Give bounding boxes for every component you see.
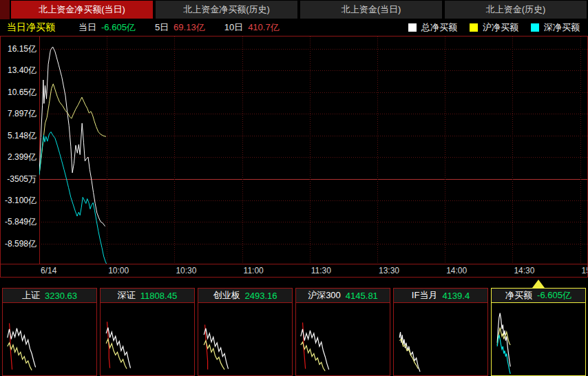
x-tick-label: 14:30: [514, 265, 534, 277]
tab-northbound-net-history[interactable]: 北上资金净买额(历史): [156, 1, 297, 19]
y-tick-label: -3.100亿: [1, 196, 36, 205]
panel-box: 沪深300 4145.81: [295, 288, 390, 376]
app-window: 北上资金净买额(当日) 北上资金净买额(历史) 北上资金(当日) 北上资金(历史…: [0, 0, 588, 376]
panel-box: 深证 11808.45: [100, 288, 195, 376]
stat-today-label: 当日: [78, 22, 96, 32]
legend-swatch-sz-icon: [531, 23, 539, 32]
stat-5day: 5日69.13亿: [155, 21, 205, 34]
y-tick-label: 10.65亿: [1, 87, 36, 97]
panel-mini-chart: [492, 303, 585, 375]
panel-box: 创业板 2493.16: [198, 288, 293, 376]
main-chart[interactable]: 16.15亿13.40亿10.65亿7.897亿5.148亿2.399亿-350…: [0, 36, 588, 278]
info-bar: 当日净买额 当日-6.605亿 5日69.13亿 10日410.7亿 总净买额 …: [0, 19, 588, 36]
panel-box: IF当月 4139.4: [393, 288, 488, 376]
panel-mini-chart: [3, 303, 96, 375]
legend-swatch-sh-icon: [470, 23, 478, 32]
panel-label: 上证: [22, 289, 40, 302]
panel-label: 深证: [118, 289, 136, 302]
panel-label: IF当月: [412, 289, 438, 302]
panel-value: 3230.63: [45, 291, 77, 301]
y-tick-label: -8.598亿: [1, 239, 36, 249]
x-tick-label: 10:00: [108, 265, 129, 277]
panel-shanghai-index[interactable]: 上证 3230.63: [2, 279, 97, 376]
panel-value: 4145.81: [346, 291, 378, 301]
panel-if-futures[interactable]: IF当月 4139.4: [393, 279, 488, 376]
tab-bar: 北上资金净买额(当日) 北上资金净买额(历史) 北上资金(当日) 北上资金(历史…: [0, 0, 588, 19]
x-tick-label: 13:30: [379, 265, 399, 277]
series-total-line: [39, 47, 105, 227]
legend-item-total: 总净买额: [408, 21, 457, 34]
stat-10day: 10日410.7亿: [224, 21, 280, 34]
panel-label: 创业板: [213, 289, 240, 302]
panel-mini-chart: [101, 303, 194, 375]
x-tick-label: 15:00: [582, 265, 588, 277]
panel-value: 2493.16: [245, 291, 277, 301]
panel-header: 上证 3230.63: [3, 289, 96, 303]
y-tick-label: 16.15亿: [1, 44, 36, 54]
panel-label: 净买额: [505, 289, 532, 302]
panel-header: 创业板 2493.16: [198, 289, 292, 303]
main-chart-plot[interactable]: [39, 36, 587, 264]
legend-label-sz: 深净买额: [544, 21, 580, 34]
panel-mini-chart: [296, 303, 390, 375]
stat-today: 当日-6.605亿: [78, 21, 136, 34]
panel-value: 4139.4: [442, 291, 470, 301]
tab-northbound-net-daily[interactable]: 北上资金净买额(当日): [11, 1, 153, 19]
panel-shenzhen-index[interactable]: 深证 11808.45: [100, 279, 195, 376]
x-tick-label: 10:30: [176, 265, 196, 277]
panel-box: 净买额 -6.605亿: [491, 288, 586, 376]
y-tick-label: 2.399亿: [1, 152, 36, 162]
selected-panel-marker-icon: [532, 280, 545, 288]
x-tick-label: 11:00: [244, 265, 264, 277]
panel-mini-chart: [394, 303, 487, 375]
series-sh-line: [39, 84, 106, 174]
panel-csi300-index[interactable]: 沪深300 4145.81: [295, 279, 390, 376]
panel-value: 11808.45: [140, 291, 177, 301]
tab-northbound-history[interactable]: 北上资金(历史): [445, 1, 587, 19]
panel-box: 上证 3230.63: [2, 288, 97, 376]
stat-5day-value: 69.13亿: [174, 22, 205, 32]
panel-header: 净买额 -6.605亿: [492, 289, 585, 303]
panel-net-buy[interactable]: 净买额 -6.605亿: [491, 279, 586, 376]
legend: 总净买额 沪净买额 深净买额: [408, 21, 581, 34]
stat-10day-label: 10日: [224, 22, 243, 32]
tab-northbound-daily[interactable]: 北上资金(当日): [300, 1, 442, 19]
y-tick-label: 5.148亿: [1, 131, 36, 140]
panel-chinext-index[interactable]: 创业板 2493.16: [198, 279, 293, 376]
y-tick-label: 7.897亿: [1, 109, 36, 118]
y-tick-label: -3505万: [1, 174, 36, 184]
stat-10day-value: 410.7亿: [248, 22, 280, 32]
mini-panels-row: 上证 3230.63 深证 11808.45: [0, 278, 588, 376]
x-axis-line: [1, 264, 587, 277]
y-tick-label: 13.40亿: [1, 65, 36, 75]
mini-series-line: [399, 340, 418, 369]
chart-title: 当日净买额: [7, 21, 55, 34]
y-tick-label: -5.849亿: [1, 217, 36, 227]
panel-header: IF当月 4139.4: [394, 289, 487, 303]
legend-label-sh: 沪净买额: [483, 21, 518, 34]
x-tick-label: 11:30: [311, 265, 331, 277]
legend-item-sz: 深净买额: [531, 21, 580, 34]
legend-label-total: 总净买额: [421, 21, 457, 34]
legend-item-sh: 沪净买额: [470, 21, 518, 34]
x-tick-label: 14:00: [446, 265, 467, 277]
stat-today-value: -6.605亿: [101, 22, 136, 32]
panel-value: -6.605亿: [537, 289, 571, 302]
panel-label: 沪深300: [308, 289, 341, 302]
stat-5day-label: 5日: [155, 22, 169, 32]
x-tick-label: 6/14: [41, 265, 56, 277]
tab-bar-left-strip: [0, 0, 10, 19]
panel-header: 沪深300 4145.81: [296, 289, 390, 303]
panel-header: 深证 11808.45: [101, 289, 194, 303]
panel-mini-chart: [198, 303, 292, 375]
legend-swatch-total-icon: [408, 23, 417, 32]
